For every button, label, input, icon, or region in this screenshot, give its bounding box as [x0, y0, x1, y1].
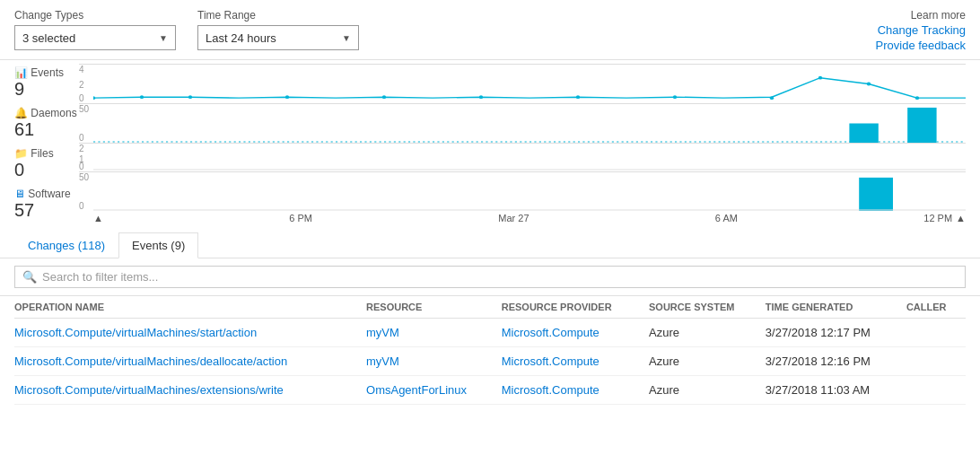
svg-point-4: [382, 95, 386, 99]
chart-section: 📊 Events 9 🔔 Daemons 61 📁 Files 0 🖥 Soft…: [0, 60, 980, 225]
col-operation-name: OPERATION NAME: [14, 296, 366, 319]
chevron-down-icon: ▼: [342, 33, 351, 43]
table-header-row: OPERATION NAME RESOURCE RESOURCE PROVIDE…: [14, 296, 966, 319]
provide-feedback-link[interactable]: Provide feedback: [876, 39, 966, 52]
learn-more-section: Learn more Change Tracking Provide feedb…: [876, 9, 966, 52]
time-range-dropdown[interactable]: Last 24 hours ▼: [197, 25, 359, 50]
files-chart: 2 1 0: [79, 143, 966, 171]
events-label: 📊 Events: [14, 66, 79, 79]
svg-point-11: [915, 96, 919, 100]
software-count: 57: [14, 200, 79, 221]
search-input[interactable]: [42, 270, 958, 284]
svg-point-3: [285, 95, 289, 99]
daemons-count: 61: [14, 119, 79, 140]
search-icon: 🔍: [22, 270, 37, 284]
x-6am-label: 6 AM: [715, 213, 738, 223]
cell-time-generated: 3/27/2018 12:17 PM: [766, 319, 906, 347]
svg-rect-16: [859, 178, 893, 211]
software-icon: 🖥: [14, 188, 25, 200]
table-row: Microsoft.Compute/virtualMachines/start/…: [14, 319, 966, 347]
tab-changes[interactable]: Changes (118): [14, 232, 118, 258]
svg-point-6: [576, 95, 580, 99]
x-12pm-label: 12 PM ▲: [923, 213, 966, 223]
x-start-marker: ▲: [93, 213, 103, 223]
cell-resource-provider[interactable]: Microsoft.Compute: [502, 319, 649, 347]
time-range-value: Last 24 hours: [206, 31, 276, 45]
svg-rect-13: [907, 108, 936, 143]
x-6pm-label: 6 PM: [289, 213, 312, 223]
metric-labels: 📊 Events 9 🔔 Daemons 61 📁 Files 0 🖥 Soft…: [14, 64, 79, 225]
daemons-icon: 🔔: [14, 107, 28, 119]
events-count: 9: [14, 79, 79, 100]
daemons-label: 🔔 Daemons: [14, 107, 79, 119]
cell-resource[interactable]: myVM: [366, 319, 502, 347]
events-table: OPERATION NAME RESOURCE RESOURCE PROVIDE…: [14, 296, 966, 405]
svg-point-7: [673, 95, 677, 99]
tab-events[interactable]: Events (9): [118, 232, 198, 258]
cell-operation[interactable]: Microsoft.Compute/virtualMachines/deallo…: [14, 347, 366, 376]
cell-source-system: Azure: [649, 319, 766, 347]
col-resource-provider: RESOURCE PROVIDER: [502, 296, 649, 319]
chevron-down-icon: ▼: [159, 33, 168, 43]
daemons-chart: 50 0: [79, 103, 966, 143]
svg-point-5: [479, 95, 483, 99]
x-axis: ▲ 6 PM Mar 27 6 AM 12 PM ▲: [79, 211, 966, 225]
graphs-column: 4 2 0 50 0: [79, 64, 966, 225]
software-metric: 🖥 Software 57: [14, 188, 79, 221]
table-row: Microsoft.Compute/virtualMachines/extens…: [14, 376, 966, 405]
cell-caller: [906, 347, 966, 376]
cell-operation[interactable]: Microsoft.Compute/virtualMachines/extens…: [14, 376, 366, 405]
cell-source-system: Azure: [649, 376, 766, 405]
svg-point-10: [867, 83, 871, 86]
software-label: 🖥 Software: [14, 188, 79, 200]
col-resource: RESOURCE: [366, 296, 502, 319]
svg-point-1: [140, 95, 144, 99]
cell-time-generated: 3/27/2018 11:03 AM: [766, 376, 906, 405]
cell-source-system: Azure: [649, 347, 766, 376]
x-end-marker: ▲: [956, 213, 966, 223]
svg-point-9: [818, 76, 822, 80]
table-body: Microsoft.Compute/virtualMachines/start/…: [14, 319, 966, 405]
change-types-dropdown[interactable]: 3 selected ▼: [14, 25, 176, 50]
cell-resource-provider[interactable]: Microsoft.Compute: [502, 376, 649, 405]
cell-time-generated: 3/27/2018 12:16 PM: [766, 347, 906, 376]
cell-resource[interactable]: myVM: [366, 347, 502, 376]
table-row: Microsoft.Compute/virtualMachines/deallo…: [14, 347, 966, 376]
search-bar: 🔍: [0, 258, 980, 296]
cell-caller: [906, 376, 966, 405]
time-range-label: Time Range: [197, 9, 359, 22]
files-label: 📁 Files: [14, 147, 79, 160]
x-mar27-label: Mar 27: [498, 213, 529, 223]
cell-resource[interactable]: OmsAgentForLinux: [366, 376, 502, 405]
svg-rect-12: [849, 124, 878, 144]
col-caller: CALLER: [906, 296, 966, 319]
svg-point-2: [188, 95, 192, 99]
tabs-bar: Changes (118) Events (9): [0, 225, 980, 258]
cell-caller: [906, 319, 966, 347]
cell-operation[interactable]: Microsoft.Compute/virtualMachines/start/…: [14, 319, 366, 347]
svg-point-8: [770, 96, 774, 100]
software-chart: 50 0: [79, 171, 966, 211]
time-range-filter: Time Range Last 24 hours ▼: [197, 9, 359, 50]
top-bar: Change Types 3 selected ▼ Time Range Las…: [0, 0, 980, 60]
change-types-value: 3 selected: [22, 31, 75, 45]
change-tracking-link[interactable]: Change Tracking: [878, 23, 966, 37]
daemons-metric: 🔔 Daemons 61: [14, 107, 79, 140]
events-icon: 📊: [14, 66, 28, 79]
events-table-container: OPERATION NAME RESOURCE RESOURCE PROVIDE…: [0, 296, 980, 405]
col-time-generated: TIME GENERATED: [766, 296, 906, 319]
learn-more-label: Learn more: [911, 9, 966, 22]
change-types-filter: Change Types 3 selected ▼: [14, 9, 176, 50]
files-icon: 📁: [14, 147, 28, 160]
events-metric: 📊 Events 9: [14, 66, 79, 100]
col-source-system: SOURCE SYSTEM: [649, 296, 766, 319]
search-wrapper: 🔍: [14, 266, 966, 288]
svg-point-0: [93, 96, 95, 100]
files-metric: 📁 Files 0: [14, 147, 79, 180]
events-chart: 4 2 0: [79, 64, 966, 103]
files-count: 0: [14, 160, 79, 180]
change-types-label: Change Types: [14, 9, 176, 22]
cell-resource-provider[interactable]: Microsoft.Compute: [502, 347, 649, 376]
